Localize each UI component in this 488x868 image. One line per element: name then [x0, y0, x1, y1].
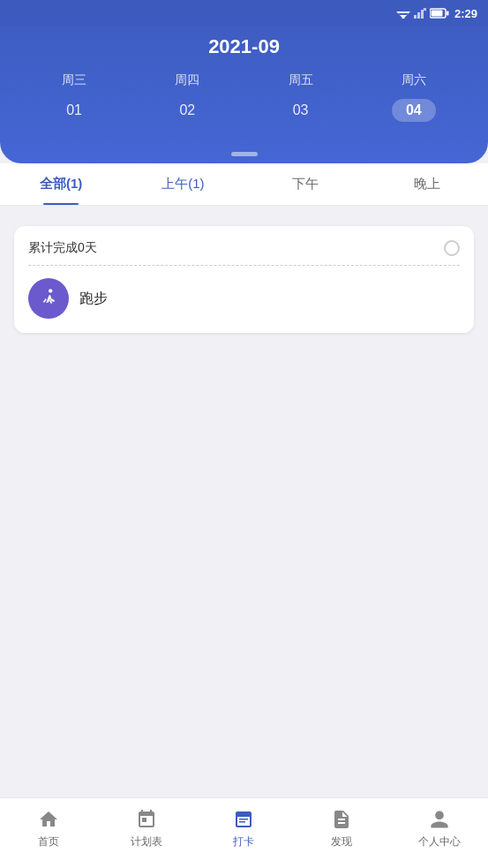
profile-icon: [428, 808, 451, 831]
svg-rect-10: [447, 11, 449, 16]
tab-morning[interactable]: 上午(1): [122, 163, 244, 205]
task-item[interactable]: 跑步: [28, 278, 460, 319]
status-time: 2:29: [454, 7, 477, 20]
tab-all[interactable]: 全部(1): [0, 163, 122, 205]
nav-home-label: 首页: [38, 834, 59, 849]
date-03[interactable]: 03: [279, 99, 323, 122]
task-checkbox[interactable]: [444, 240, 460, 256]
svg-rect-6: [421, 10, 424, 19]
svg-rect-5: [417, 12, 420, 19]
discover-icon: [330, 808, 353, 831]
nav-checkin-label: 打卡: [233, 834, 254, 849]
task-summary: 累计完成0天: [28, 240, 97, 256]
task-icon-running: [28, 278, 69, 319]
tab-afternoon[interactable]: 下午: [244, 163, 366, 205]
scroll-indicator: [231, 152, 258, 156]
nav-plan-label: 计划表: [131, 834, 162, 849]
home-icon: [37, 808, 60, 831]
task-name: 跑步: [79, 290, 108, 308]
nav-discover-label: 发现: [331, 834, 352, 849]
status-icons: [396, 8, 449, 19]
weekday-thu: 周四: [165, 72, 209, 88]
nav-profile[interactable]: 个人中心: [390, 808, 488, 849]
svg-rect-4: [414, 15, 417, 19]
nav-plan[interactable]: 计划表: [98, 808, 196, 849]
svg-point-12: [49, 289, 52, 292]
weekdays-row: 周三 周四 周五 周六: [0, 58, 488, 95]
svg-rect-11: [431, 11, 442, 17]
date-04[interactable]: 04: [392, 99, 436, 122]
tab-evening[interactable]: 晚上: [366, 163, 488, 205]
nav-home[interactable]: 首页: [0, 808, 98, 849]
date-01[interactable]: 01: [52, 99, 96, 122]
task-card: 累计完成0天 跑步: [14, 226, 474, 333]
main-content: 累计完成0天 跑步: [0, 212, 488, 797]
task-card-header: 累计完成0天: [28, 240, 460, 266]
calendar-icon: [135, 808, 158, 831]
date-02[interactable]: 02: [165, 99, 209, 122]
nav-profile-label: 个人中心: [418, 834, 461, 849]
nav-checkin[interactable]: 打卡: [195, 808, 293, 849]
status-bar: 2:29: [0, 0, 488, 26]
weekday-wed: 周三: [52, 72, 96, 88]
checkin-icon: [232, 808, 255, 831]
dates-row: 01 02 03 04: [0, 95, 488, 132]
tabs-container: 全部(1) 上午(1) 下午 晚上: [0, 163, 488, 206]
bottom-nav: 首页 计划表 打卡 发现: [0, 797, 488, 868]
weekday-sat: 周六: [392, 72, 436, 88]
weekday-fri: 周五: [279, 72, 323, 88]
nav-discover[interactable]: 发现: [293, 808, 391, 849]
header: 2:29 2021-09 周三 周四 周五 周六 01 02 03 04: [0, 0, 488, 163]
